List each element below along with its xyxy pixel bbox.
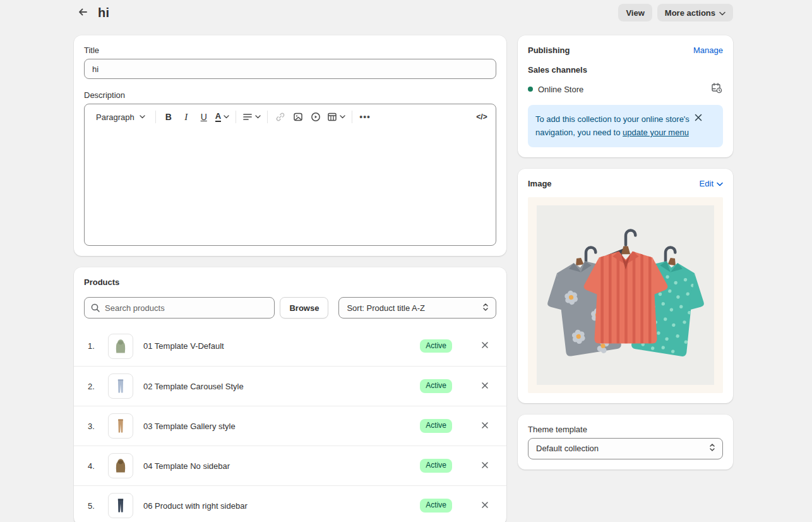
play-circle-icon: [311, 112, 321, 122]
status-badge: Active: [420, 339, 452, 353]
description-editor: Paragraph B I U A: [84, 104, 496, 246]
main-column: Title Description Paragraph B I: [74, 35, 506, 522]
text-color-button[interactable]: A: [213, 108, 232, 126]
insert-image-button[interactable]: [289, 108, 307, 126]
alignment-button[interactable]: [240, 108, 263, 126]
editor-toolbar: Paragraph B I U A: [85, 104, 496, 130]
text-color-letter: A: [215, 112, 221, 122]
x-icon: [481, 382, 489, 391]
toolbar-separator: [236, 111, 236, 123]
update-your-menu-link[interactable]: update your menu: [623, 128, 689, 137]
product-title: 02 Template Carousel Style: [143, 382, 420, 391]
product-row[interactable]: 4. 04 Template No sidebar Active: [74, 446, 506, 485]
publishing-card: Publishing Manage Sales channels Online …: [518, 35, 733, 157]
table-icon: [327, 112, 337, 122]
title-description-card: Title Description Paragraph B I: [74, 35, 506, 256]
sales-channels-heading: Sales channels: [528, 65, 723, 75]
chevron-down-icon: [340, 115, 345, 119]
more-actions-label: More actions: [665, 8, 715, 18]
product-row[interactable]: 2. 02 Template Carousel Style Active: [74, 366, 506, 406]
row-index: 4.: [88, 461, 99, 471]
view-button[interactable]: View: [618, 4, 652, 21]
theme-template-value: Default collection: [536, 444, 703, 453]
chevron-up-down-icon: [482, 303, 489, 313]
page-title: hi: [98, 6, 109, 20]
status-badge: Active: [420, 459, 452, 473]
page: hi View More actions Title Description: [74, 0, 733, 522]
navigation-info-banner: To add this collection to your online st…: [528, 105, 723, 147]
channel-row: Online Store: [528, 82, 723, 96]
toolbar-separator: [352, 111, 352, 123]
topbar-actions: View More actions: [618, 4, 733, 21]
product-row[interactable]: 1. 01 Template V-Default Active: [74, 326, 506, 366]
title-input[interactable]: [84, 59, 496, 79]
x-icon: [481, 341, 489, 351]
more-formatting-button[interactable]: •••: [356, 108, 374, 126]
edit-image-button[interactable]: Edit: [700, 179, 723, 188]
toolbar-separator: [267, 111, 268, 123]
row-index: 5.: [88, 501, 99, 511]
channel-name: Online Store: [538, 85, 711, 94]
topbar: hi View More actions: [74, 0, 733, 24]
italic-button[interactable]: I: [177, 108, 195, 126]
status-badge: Active: [420, 379, 452, 393]
products-card: Products Browse Sort: Product title A-Z: [74, 267, 506, 522]
link-button[interactable]: [272, 108, 289, 126]
x-icon: [481, 461, 489, 471]
status-badge: Active: [420, 499, 452, 513]
product-thumbnail-green-hoodie: [108, 334, 133, 359]
underline-button[interactable]: U: [195, 108, 213, 126]
product-row[interactable]: 3. 03 Template Gallery style Active: [74, 406, 506, 446]
product-list: 1. 01 Template V-Default Active 2.: [74, 326, 506, 522]
description-textarea[interactable]: [85, 130, 496, 245]
more-actions-button[interactable]: More actions: [657, 4, 733, 21]
theme-template-label: Theme template: [528, 425, 723, 434]
x-icon: [481, 422, 489, 431]
sidebar-column: Publishing Manage Sales channels Online …: [518, 35, 733, 470]
remove-product-button[interactable]: [476, 337, 494, 355]
dismiss-banner-button[interactable]: [695, 114, 702, 123]
publishing-heading: Publishing: [528, 46, 693, 55]
paragraph-style-dropdown[interactable]: Paragraph: [90, 108, 152, 126]
product-row[interactable]: 5. 06 Product with right sidebar Active: [74, 485, 506, 522]
browse-button[interactable]: Browse: [280, 297, 328, 319]
row-index: 3.: [88, 422, 99, 431]
remove-product-button[interactable]: [476, 457, 494, 475]
remove-product-button[interactable]: [476, 497, 494, 514]
row-index: 2.: [88, 382, 99, 391]
show-html-button[interactable]: </>: [473, 108, 491, 126]
collection-image-preview[interactable]: [528, 197, 723, 393]
product-title: 03 Template Gallery style: [143, 422, 420, 431]
link-icon: [275, 112, 285, 122]
remove-product-button[interactable]: [476, 377, 494, 395]
image-icon: [293, 112, 303, 122]
theme-template-select[interactable]: Default collection: [528, 438, 723, 459]
product-title: 04 Template No sidebar: [143, 461, 420, 471]
image-heading: Image: [528, 179, 700, 188]
description-label: Description: [84, 90, 496, 100]
status-badge: Active: [420, 419, 452, 433]
calendar-clock-icon: [711, 82, 723, 96]
remove-product-button[interactable]: [476, 417, 494, 435]
chevron-down-icon: [255, 115, 261, 119]
insert-table-button[interactable]: [325, 108, 348, 126]
channel-status-dot: [528, 87, 533, 92]
back-button[interactable]: [74, 4, 92, 21]
paragraph-label: Paragraph: [96, 112, 134, 122]
banner-text: To add this collection to your online st…: [535, 112, 695, 140]
bold-button[interactable]: B: [160, 108, 177, 126]
product-thumbnail-blue-jeans: [108, 373, 133, 399]
chevron-up-down-icon: [708, 443, 716, 454]
chevron-down-icon: [224, 115, 229, 119]
search-products-input[interactable]: [84, 297, 275, 319]
schedule-availability-button[interactable]: [711, 82, 723, 96]
title-label: Title: [84, 46, 496, 55]
product-thumbnail-navy-pants: [108, 493, 133, 518]
sort-select[interactable]: Sort: Product title A-Z: [338, 297, 496, 319]
manage-publishing-button[interactable]: Manage: [693, 46, 723, 55]
toolbar-separator: [155, 111, 156, 123]
products-controls: Browse Sort: Product title A-Z: [84, 297, 496, 319]
insert-video-button[interactable]: [307, 108, 325, 126]
product-title: 06 Product with right sidebar: [143, 501, 420, 511]
theme-template-card: Theme template Default collection: [518, 415, 733, 470]
